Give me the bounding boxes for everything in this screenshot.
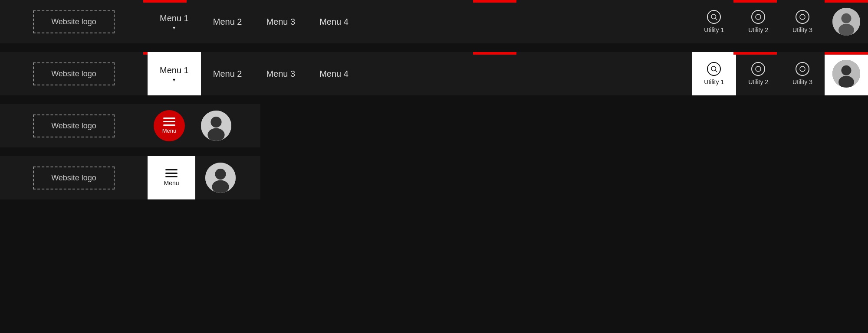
navbar-2: Website logo Menu 1 ▾ Menu 2 Menu 3 Menu… [0, 52, 868, 95]
hamburger-icon-4 [165, 169, 178, 177]
utility-2-btn[interactable]: Utility 2 [736, 0, 780, 43]
avatar-image-3 [201, 111, 231, 141]
svg-line-8 [716, 70, 717, 72]
nav-item-menu1[interactable]: Menu 1 ▾ [148, 0, 201, 43]
svg-point-15 [210, 117, 221, 127]
avatar-image-2 [832, 60, 860, 88]
spacer-2 [0, 95, 868, 104]
utility-3-btn[interactable]: Utility 3 [780, 0, 825, 43]
nav-item-menu1-active[interactable]: Menu 1 ▾ [148, 52, 201, 95]
utility-area-1: Utility 1 Utility 2 Utility 3 [692, 0, 868, 43]
svg-point-2 [756, 14, 761, 20]
svg-line-1 [716, 18, 717, 20]
website-logo-2[interactable]: Website logo [33, 62, 115, 85]
red-indicator-7 [733, 52, 777, 55]
avatar-2[interactable] [825, 52, 868, 95]
svg-point-16 [207, 128, 224, 141]
nav-item-menu4[interactable]: Menu 4 [307, 0, 361, 43]
mobile-menu-btn-3[interactable]: Menu [154, 110, 185, 141]
nav-item-menu3-2[interactable]: Menu 3 [254, 52, 307, 95]
svg-point-18 [215, 169, 226, 180]
utility-1-icon-2 [707, 62, 721, 76]
logo-area-2: Website logo [0, 52, 148, 95]
utility-1-btn[interactable]: Utility 1 [692, 0, 736, 43]
utility-3-icon [796, 10, 809, 24]
navbar-4: Website logo Menu [0, 156, 260, 199]
logo-area-4: Website logo [0, 158, 148, 198]
nav-menu-2: Menu 1 ▾ Menu 2 Menu 3 Menu 4 [148, 52, 692, 95]
nav-item-menu3[interactable]: Menu 3 [254, 0, 307, 43]
nav-item-menu4-2[interactable]: Menu 4 [307, 52, 361, 95]
mobile-menu-label-4: Menu [164, 180, 179, 186]
avatar-1[interactable] [825, 0, 868, 43]
svg-point-19 [212, 180, 229, 193]
red-indicator-4 [825, 0, 868, 3]
nav-item-menu2[interactable]: Menu 2 [201, 0, 254, 43]
mobile-menu-btn-4[interactable]: Menu [148, 156, 195, 199]
utility-3-btn-2[interactable]: Utility 3 [780, 52, 825, 95]
chevron-down-icon-2: ▾ [173, 77, 175, 82]
utility-area-2: Utility 1 Utility 2 Utility 3 [692, 52, 868, 95]
spacer-1 [0, 43, 868, 52]
mobile-menu-label-3: Menu [162, 127, 177, 134]
red-indicator-8 [825, 52, 868, 55]
logo-area-3: Website logo [0, 106, 148, 146]
svg-point-6 [838, 24, 854, 36]
spacer-3 [0, 147, 868, 156]
hamburger-icon-3 [163, 118, 175, 126]
nav-menu-1: Menu 1 ▾ Menu 2 Menu 3 Menu 4 [148, 0, 692, 43]
utility-2-icon-2 [751, 62, 765, 76]
navbar-1: Website logo Menu 1 ▾ Menu 2 Menu 3 Menu… [0, 0, 868, 43]
website-logo-4[interactable]: Website logo [33, 166, 115, 189]
utility-2-icon [751, 10, 765, 24]
svg-point-7 [711, 66, 716, 71]
navbar-3: Website logo Menu [0, 104, 260, 147]
avatar-3[interactable] [194, 111, 238, 141]
svg-point-9 [756, 66, 761, 72]
utility-2-btn-2[interactable]: Utility 2 [736, 52, 780, 95]
svg-point-12 [841, 65, 851, 75]
svg-point-13 [838, 76, 854, 88]
utility-1-btn-2[interactable]: Utility 1 [692, 52, 736, 95]
svg-point-10 [800, 66, 805, 72]
utility-1-icon [707, 10, 721, 24]
red-indicator-3 [733, 0, 777, 3]
chevron-down-icon: ▾ [173, 25, 175, 30]
red-indicator-2 [473, 0, 516, 3]
website-logo-1[interactable]: Website logo [33, 10, 115, 33]
website-logo-3[interactable]: Website logo [33, 114, 115, 137]
utility-3-icon-2 [796, 62, 809, 76]
red-indicator-6 [473, 52, 516, 55]
avatar-image-1 [832, 8, 860, 36]
nav-item-menu2-2[interactable]: Menu 2 [201, 52, 254, 95]
avatar-image-4 [205, 163, 236, 193]
svg-point-5 [841, 13, 851, 23]
svg-point-3 [800, 14, 805, 20]
logo-area-1: Website logo [0, 0, 148, 43]
svg-point-0 [711, 14, 716, 19]
avatar-4[interactable] [199, 163, 242, 193]
